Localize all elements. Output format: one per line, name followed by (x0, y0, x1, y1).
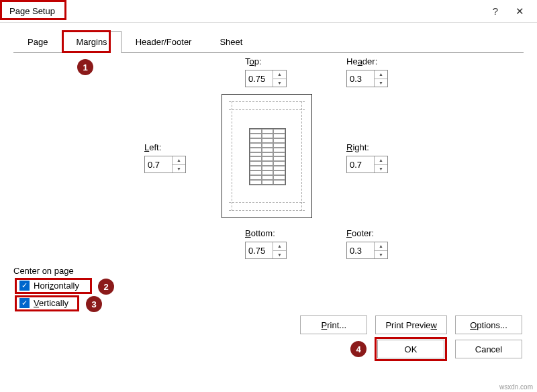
window-title: Page Setup (5, 3, 59, 19)
footer-margin-spinbox[interactable]: ▲▼ (346, 242, 388, 259)
down-arrow-icon[interactable]: ▼ (273, 251, 286, 259)
checkbox-checked-icon[interactable]: ✓ (19, 298, 30, 308)
help-button[interactable]: ? (483, 2, 507, 21)
vertically-label: Vertically (34, 298, 68, 308)
center-on-page-label: Center on page (13, 266, 74, 276)
annotation-badge-2: 2 (98, 279, 114, 295)
up-arrow-icon[interactable]: ▲ (273, 70, 286, 79)
down-arrow-icon[interactable]: ▼ (375, 79, 387, 87)
action-button-row: Print... Print Preview Options... (300, 315, 522, 334)
label-right: Right: (346, 142, 369, 152)
horizontally-checkbox-row[interactable]: ✓ Horizontally (17, 279, 82, 292)
horizontally-label: Horizontally (34, 281, 79, 291)
checkbox-checked-icon[interactable]: ✓ (19, 281, 30, 291)
down-arrow-icon[interactable]: ▼ (273, 79, 286, 87)
up-arrow-icon[interactable]: ▲ (173, 156, 185, 165)
annotation-box-ok: OK (375, 337, 447, 361)
down-arrow-icon[interactable]: ▼ (173, 165, 185, 173)
page-preview (222, 94, 312, 218)
close-button[interactable]: ✕ (507, 2, 532, 21)
ok-button[interactable]: OK (377, 340, 444, 358)
print-preview-button[interactable]: Print Preview (375, 315, 447, 334)
up-arrow-icon[interactable]: ▲ (375, 242, 387, 251)
dialog-button-row: 4 OK Cancel (350, 337, 522, 361)
header-margin-spinbox[interactable]: ▲▼ (346, 70, 388, 87)
tab-margins[interactable]: Margins (62, 31, 121, 53)
preview-grid-icon (249, 128, 286, 185)
up-arrow-icon[interactable]: ▲ (273, 242, 286, 251)
annotation-badge-4: 4 (350, 341, 367, 357)
tab-sheet[interactable]: Sheet (205, 31, 256, 53)
print-button[interactable]: Print... (300, 315, 367, 334)
footer-margin-input[interactable] (347, 242, 374, 258)
label-footer: Footer: (346, 228, 374, 238)
bottom-margin-spinbox[interactable]: ▲▼ (245, 242, 287, 259)
down-arrow-icon[interactable]: ▼ (375, 165, 387, 173)
left-margin-input[interactable] (145, 156, 172, 173)
bottom-margin-input[interactable] (246, 242, 273, 258)
header-margin-input[interactable] (347, 70, 374, 87)
annotation-badge-3: 3 (86, 296, 102, 312)
watermark: wsxdn.com (499, 383, 533, 391)
top-margin-spinbox[interactable]: ▲▼ (245, 70, 287, 87)
dialog-content: Top: Header: Left: Right: Bottom: Footer… (0, 54, 537, 369)
up-arrow-icon[interactable]: ▲ (375, 156, 387, 165)
tab-headerfooter[interactable]: Header/Footer (121, 31, 206, 53)
label-left: Left: (144, 142, 161, 152)
tabstrip: Page Margins Header/Footer Sheet (0, 23, 537, 53)
left-margin-spinbox[interactable]: ▲▼ (144, 156, 186, 173)
top-margin-input[interactable] (246, 70, 273, 87)
label-top: Top: (245, 56, 262, 66)
label-header: Header: (346, 56, 377, 66)
down-arrow-icon[interactable]: ▼ (375, 251, 387, 259)
right-margin-input[interactable] (347, 156, 374, 173)
cancel-button[interactable]: Cancel (455, 340, 522, 358)
up-arrow-icon[interactable]: ▲ (375, 70, 387, 79)
titlebar: Page Setup ? ✕ (0, 0, 537, 23)
label-bottom: Bottom: (245, 228, 275, 238)
options-button[interactable]: Options... (455, 315, 522, 334)
tab-page[interactable]: Page (13, 31, 62, 53)
vertically-checkbox-row[interactable]: ✓ Vertically (17, 297, 71, 309)
right-margin-spinbox[interactable]: ▲▼ (346, 156, 388, 173)
